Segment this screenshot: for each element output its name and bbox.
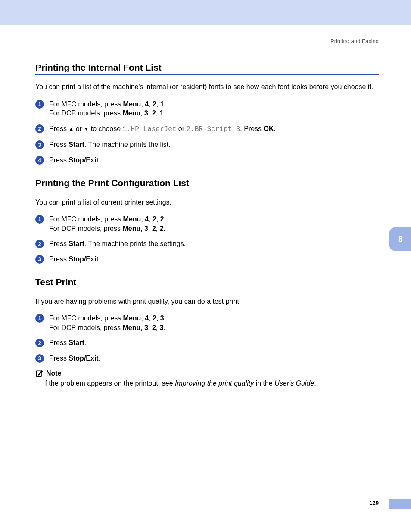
step-2: 2 Press Start. The machine prints the se… — [35, 239, 379, 249]
step-3: 3 Press Stop/Exit. — [35, 255, 379, 264]
step-3: 3 Press Stop/Exit. — [35, 354, 379, 363]
text: Press — [49, 255, 68, 263]
chapter-number: 8 — [398, 235, 402, 244]
text: For MFC models, press — [49, 314, 123, 322]
step-body: Press Stop/Exit. — [49, 255, 379, 264]
step-number-icon: 3 — [35, 140, 44, 149]
option-2: 2.BR-Script 3 — [186, 125, 240, 133]
text: . — [99, 355, 100, 362]
text: . Press — [240, 125, 263, 132]
step-body: Press Start. — [49, 338, 379, 348]
key-stop-exit: Stop/Exit — [68, 355, 98, 362]
chapter-tab[interactable]: 8 — [389, 227, 411, 251]
text: in the — [254, 380, 274, 387]
step-number-icon: 4 — [35, 156, 44, 165]
key: 2 — [152, 225, 156, 232]
page-number: 129 — [369, 500, 379, 506]
text: Press — [49, 141, 68, 148]
text: . — [84, 339, 86, 346]
key: 3 — [160, 324, 164, 331]
section-print-config-list: Printing the Print Configuration List Yo… — [35, 178, 379, 264]
text: For DCP models, press — [49, 225, 122, 232]
step-body: Press Stop/Exit. — [49, 354, 379, 363]
key-menu: Menu — [123, 100, 141, 108]
text: For MFC models, press — [49, 215, 123, 223]
note-icon — [35, 369, 44, 378]
step-2: 2 Press ▲ or ▼ to choose 1.HP LaserJet o… — [35, 124, 379, 134]
step-number-icon: 2 — [35, 339, 44, 347]
link-text: Improving the print quality — [175, 380, 254, 387]
text: Press — [49, 240, 68, 247]
key: 2 — [160, 215, 164, 223]
note-header: Note — [35, 369, 379, 378]
down-arrow-icon: ▼ — [84, 125, 89, 132]
key-stop-exit: Stop/Exit — [68, 255, 98, 263]
text: Press — [49, 339, 68, 346]
key: 2 — [153, 314, 156, 322]
key: 1 — [160, 109, 164, 117]
step-number-icon: 2 — [35, 124, 44, 133]
key-menu: Menu — [122, 225, 140, 232]
page-content: Printing and Faxing Printing the Interna… — [0, 25, 411, 391]
text: . The machine prints the list. — [84, 141, 171, 148]
step-body: Press Start. The machine prints the sett… — [49, 239, 379, 249]
step-number-icon: 3 — [35, 354, 44, 363]
step-body: Press ▲ or ▼ to choose 1.HP LaserJet or … — [49, 124, 379, 134]
step-number-icon: 1 — [35, 100, 44, 109]
key-start: Start — [68, 141, 84, 148]
key: 2 — [152, 109, 156, 117]
step-number-icon: 2 — [35, 240, 44, 248]
key-menu: Menu — [122, 324, 140, 331]
text: Press — [49, 355, 68, 362]
note-label: Note — [46, 370, 62, 377]
key: 1 — [160, 100, 164, 108]
step-body: Press Start. The machine prints the list… — [49, 140, 379, 149]
text: . The machine prints the settings. — [84, 240, 186, 247]
text: For MFC models, press — [49, 100, 123, 108]
guide-name: User's Guide — [274, 380, 314, 387]
section-intro: If you are having problems with print qu… — [35, 297, 379, 306]
text: or — [176, 125, 186, 132]
step-number-icon: 1 — [35, 215, 44, 224]
key: 4 — [145, 314, 149, 322]
text: If the problem appears on the printout, … — [43, 380, 175, 387]
section-intro: You can print a list of the machine's in… — [35, 82, 379, 92]
top-banner — [0, 0, 411, 25]
key-menu: Menu — [122, 109, 140, 117]
step-1: 1 For MFC models, press Menu, 4, 2, 1. F… — [35, 100, 379, 118]
step-body: For MFC models, press Menu, 4, 2, 1. For… — [49, 100, 379, 118]
key: 4 — [145, 215, 149, 223]
section-test-print: Test Print If you are having problems wi… — [35, 277, 379, 391]
step-1: 1 For MFC models, press Menu, 4, 2, 3. F… — [35, 314, 379, 332]
key: 2 — [152, 324, 156, 331]
section-title: Printing the Internal Font List — [35, 62, 379, 75]
key-menu: Menu — [123, 215, 141, 223]
key: 3 — [144, 109, 148, 117]
step-1: 1 For MFC models, press Menu, 4, 2, 2. F… — [35, 215, 379, 233]
step-4: 4 Press Stop/Exit. — [35, 156, 379, 165]
key: 2 — [153, 215, 156, 223]
step-3: 3 Press Start. The machine prints the li… — [35, 140, 379, 149]
key-start: Start — [68, 339, 84, 346]
text: . — [99, 255, 100, 263]
section-intro: You can print a list of current printer … — [35, 198, 379, 207]
text: . — [274, 125, 276, 132]
text: or — [74, 125, 84, 132]
option-1: 1.HP LaserJet — [123, 125, 177, 133]
text: For DCP models, press — [49, 324, 122, 331]
section-header-label: Printing and Faxing — [35, 38, 379, 44]
section-internal-font-list: Printing the Internal Font List You can … — [35, 62, 379, 165]
text: Press — [49, 156, 68, 164]
key-start: Start — [68, 240, 84, 247]
step-body: For MFC models, press Menu, 4, 2, 2. For… — [49, 215, 379, 233]
text: For DCP models, press — [49, 109, 122, 117]
step-body: For MFC models, press Menu, 4, 2, 3. For… — [49, 314, 379, 332]
key: 3 — [144, 225, 148, 232]
key-stop-exit: Stop/Exit — [68, 156, 98, 164]
step-body: Press Stop/Exit. — [49, 156, 379, 165]
up-arrow-icon: ▲ — [68, 125, 74, 132]
key-ok: OK — [264, 125, 274, 132]
text: . — [314, 380, 316, 387]
key: 4 — [145, 100, 149, 108]
divider — [66, 374, 379, 374]
